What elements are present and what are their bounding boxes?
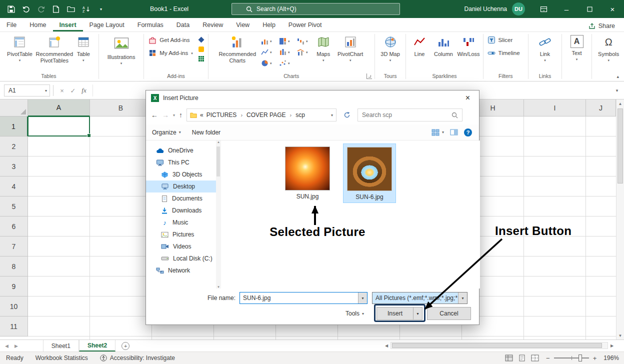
address-bar[interactable]: « PICTURES › COVER PAGE › scp ▾ <box>186 108 336 122</box>
waterfall-chart-button[interactable]: ▾ <box>294 36 312 46</box>
dialog-search-box[interactable]: Search scp <box>358 108 462 122</box>
horizontal-scroll-thumb[interactable] <box>392 343 602 348</box>
scroll-left-icon[interactable]: ◀ <box>382 344 390 348</box>
close-button[interactable]: × <box>601 0 624 18</box>
row-header-4[interactable]: 4 <box>0 176 28 196</box>
addin-diamond-icon[interactable] <box>198 36 204 43</box>
tab-insert[interactable]: Insert <box>53 19 83 32</box>
sidebar-scroll-thumb[interactable] <box>216 146 220 176</box>
new-file-icon[interactable] <box>52 5 60 13</box>
column-header-i[interactable]: I <box>524 100 586 116</box>
cancel-entry-icon[interactable]: × <box>56 87 68 94</box>
sidebar-item-documents[interactable]: Documents <box>146 192 216 204</box>
tab-help[interactable]: Help <box>256 19 282 32</box>
file-type-dropdown-icon[interactable]: ▾ <box>458 292 467 304</box>
maximize-button[interactable] <box>578 0 601 18</box>
illustrations-button[interactable]: Illustrations ▾ <box>102 34 141 66</box>
file-item-sun6-selected[interactable]: SUN-6.jpg <box>343 144 396 203</box>
zoom-slider-thumb[interactable] <box>578 354 582 362</box>
addin-green-icon[interactable] <box>198 56 204 62</box>
addin-yellow-icon[interactable] <box>198 46 204 52</box>
row-header-6[interactable]: 6 <box>0 216 28 236</box>
row-header-1[interactable]: 1 <box>0 116 28 136</box>
tab-view[interactable]: View <box>230 19 256 32</box>
tab-file[interactable]: File <box>0 19 23 32</box>
undo-icon[interactable] <box>22 5 30 13</box>
row-header-9[interactable]: 9 <box>0 276 28 296</box>
scroll-up-icon[interactable]: ▲ <box>616 100 624 108</box>
row-header-8[interactable]: 8 <box>0 256 28 276</box>
history-chevron-icon[interactable]: ▾ <box>173 113 175 118</box>
breadcrumb-scp[interactable]: scp <box>296 112 305 118</box>
preview-pane-icon[interactable] <box>450 129 458 136</box>
breadcrumb-cover-page[interactable]: COVER PAGE <box>246 112 286 118</box>
accessibility-status[interactable]: Accessibility: Investigate <box>94 354 181 362</box>
column-header-a[interactable]: A <box>28 100 90 116</box>
sidebar-scrollbar[interactable]: ▲ ▼ <box>216 140 221 288</box>
back-icon[interactable]: ← <box>151 111 158 119</box>
maps-button[interactable]: Maps ▾ <box>312 34 336 62</box>
name-box[interactable]: A1 ▾ <box>4 84 50 96</box>
organize-button[interactable]: Organize▾ <box>152 129 181 136</box>
new-sheet-button[interactable]: + <box>122 342 130 350</box>
line-chart-button[interactable]: ▾ <box>258 46 276 58</box>
insert-button[interactable]: Insert ▾ <box>376 307 422 320</box>
symbols-button[interactable]: Ω Symbols ▾ <box>596 34 620 62</box>
pie-chart-button[interactable]: ▾ <box>258 58 276 68</box>
share-button[interactable]: Share <box>588 22 615 30</box>
avatar[interactable]: DU <box>512 2 525 16</box>
row-header-10[interactable]: 10 <box>0 296 28 316</box>
tab-home[interactable]: Home <box>23 19 52 32</box>
combo-chart-button[interactable]: ▾ <box>294 46 312 58</box>
enter-entry-icon[interactable]: ✓ <box>68 87 78 94</box>
sort-az-icon[interactable]: AZ <box>82 5 90 13</box>
sidebar-item-music[interactable]: ♪ Music <box>146 216 216 228</box>
forward-icon[interactable]: → <box>162 111 169 119</box>
redo-icon[interactable] <box>37 5 45 13</box>
up-icon[interactable]: ↑ <box>179 111 182 119</box>
column-chart-button[interactable]: ▾ <box>258 36 276 46</box>
zoom-out-icon[interactable]: − <box>546 354 550 362</box>
sparkline-line-button[interactable]: Line <box>408 34 431 58</box>
workbook-statistics-button[interactable]: Workbook Statistics <box>30 354 94 362</box>
horizontal-scrollbar[interactable]: ◀ ▶ <box>382 341 616 350</box>
tools-dropdown[interactable]: Tools▾ <box>346 310 364 317</box>
file-type-combo[interactable]: All Pictures (*.emf;*.wmf;*.jpg;* ▾ <box>372 292 468 304</box>
save-icon[interactable] <box>7 5 15 13</box>
normal-view-icon[interactable] <box>505 354 513 362</box>
get-addins-button[interactable]: Get Add-ins <box>146 34 196 46</box>
sidebar-item-desktop[interactable]: Desktop <box>146 180 216 192</box>
insert-dropdown-icon[interactable]: ▾ <box>413 308 422 320</box>
row-header-5[interactable]: 5 <box>0 196 28 216</box>
vertical-scroll-thumb[interactable] <box>618 108 623 184</box>
column-header-b[interactable]: B <box>90 100 152 116</box>
zoom-in-icon[interactable]: + <box>593 354 597 362</box>
row-header-11[interactable]: 11 <box>0 316 28 336</box>
sidebar-item-videos[interactable]: Videos <box>146 240 216 252</box>
insert-function-icon[interactable]: fx <box>78 86 90 94</box>
table-button[interactable]: Table ▾ <box>75 34 92 62</box>
sidebar-item-3d-objects[interactable]: 3D Objects <box>146 168 216 180</box>
sidebar-item-pictures[interactable]: Pictures <box>146 228 216 240</box>
breadcrumb-pictures[interactable]: PICTURES <box>206 112 237 118</box>
row-header-2[interactable]: 2 <box>0 136 28 156</box>
sheet-nav-right-icon[interactable]: ▶ <box>14 344 18 348</box>
select-all-corner[interactable] <box>0 100 28 116</box>
vertical-scrollbar[interactable]: ▲ ▼ <box>616 100 624 340</box>
scroll-down-icon[interactable]: ▼ <box>616 332 624 340</box>
sidebar-item-this-pc[interactable]: This PC <box>146 156 216 168</box>
file-name-dropdown-icon[interactable]: ▾ <box>358 292 367 304</box>
tab-formulas[interactable]: Formulas <box>131 19 170 32</box>
page-break-view-icon[interactable] <box>531 354 539 362</box>
zoom-slider[interactable] <box>554 358 589 358</box>
sheet-tab-sheet2[interactable]: Sheet2 <box>79 340 116 352</box>
pivotchart-button[interactable]: PivotChart ▾ <box>336 34 366 62</box>
breadcrumb-prefix[interactable]: « <box>200 112 204 118</box>
customize-qat-chevron-icon[interactable]: ▾ <box>97 5 105 13</box>
file-item-sun[interactable]: SUN.jpg <box>281 144 334 202</box>
slicer-button[interactable]: Slicer <box>484 34 523 46</box>
dialog-close-icon[interactable]: × <box>456 90 479 106</box>
recommended-charts-button[interactable]: Recommended Charts <box>218 34 258 64</box>
hierarchy-chart-button[interactable]: ▾ <box>276 36 294 46</box>
timeline-button[interactable]: Timeline <box>484 46 523 60</box>
